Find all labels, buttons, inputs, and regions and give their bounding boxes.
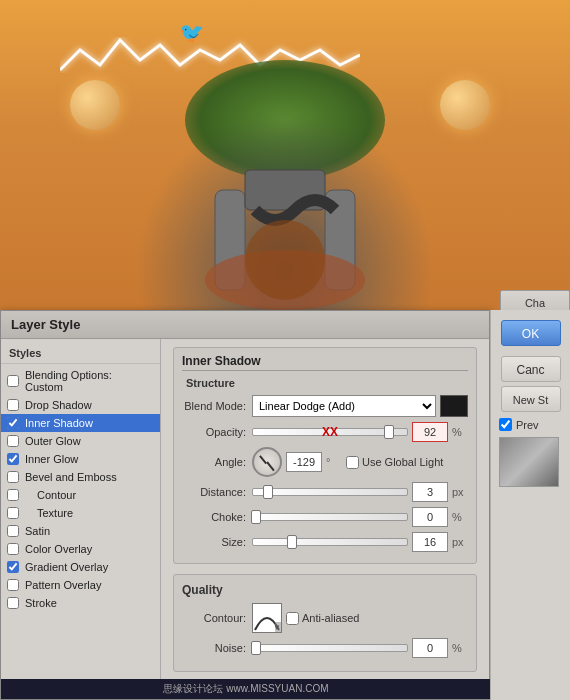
style-item-bevel-emboss[interactable]: Bevel and Emboss (1, 468, 160, 486)
styles-header: Styles (1, 343, 160, 364)
preview-thumbnail (499, 437, 559, 487)
style-item-drop-shadow[interactable]: Drop Shadow (1, 396, 160, 414)
stroke-label: Stroke (25, 597, 57, 609)
quality-section: Quality Contour: (173, 574, 477, 672)
sphere-right (440, 80, 490, 130)
opacity-label: Opacity: (182, 426, 252, 438)
satin-label: Satin (25, 525, 50, 537)
dialog-body: Styles Blending Options: Custom Drop Sha… (1, 339, 489, 699)
canvas-background: 🐦 (0, 0, 570, 310)
blend-mode-controls: Linear Dodge (Add) (252, 395, 468, 417)
angle-label: Angle: (182, 456, 252, 468)
ok-button[interactable]: OK (501, 320, 561, 346)
bevel-emboss-label: Bevel and Emboss (25, 471, 117, 483)
styles-panel: Styles Blending Options: Custom Drop Sha… (1, 339, 161, 699)
angle-needle (266, 461, 274, 471)
preview-label: Prev (516, 419, 539, 431)
style-item-inner-shadow[interactable]: Inner Shadow (1, 414, 160, 432)
style-item-pattern-overlay[interactable]: Pattern Overlay (1, 576, 160, 594)
dialog-title: Layer Style (1, 311, 489, 339)
layer-style-dialog: Layer Style Styles Blending Options: Cus… (0, 310, 490, 700)
distance-input[interactable] (412, 482, 448, 502)
choke-slider[interactable] (252, 513, 408, 521)
style-item-gradient-overlay[interactable]: Gradient Overlay (1, 558, 160, 576)
contour-checkbox[interactable] (7, 489, 19, 501)
angle-dial[interactable] (252, 447, 282, 477)
style-item-outer-glow[interactable]: Outer Glow (1, 432, 160, 450)
contour-row: Contour: Anti-aliased (182, 603, 468, 633)
satin-checkbox[interactable] (7, 525, 19, 537)
blend-color-swatch[interactable] (440, 395, 468, 417)
distance-slider-thumb[interactable] (263, 485, 273, 499)
contour-label: Contour (37, 489, 76, 501)
size-slider-thumb[interactable] (287, 535, 297, 549)
distance-unit: px (452, 486, 468, 498)
pattern-overlay-checkbox[interactable] (7, 579, 19, 591)
distance-label: Distance: (182, 486, 252, 498)
noise-controls: % (252, 638, 468, 658)
color-overlay-checkbox[interactable] (7, 543, 19, 555)
blending-checkbox[interactable] (7, 375, 19, 387)
texture-checkbox[interactable] (7, 507, 19, 519)
outer-glow-label: Outer Glow (25, 435, 81, 447)
style-item-blending[interactable]: Blending Options: Custom (1, 366, 160, 396)
drop-shadow-checkbox[interactable] (7, 399, 19, 411)
opacity-input[interactable] (412, 422, 448, 442)
angle-row: Angle: ° Use Global Light (182, 447, 468, 477)
new-style-button[interactable]: New St (501, 386, 561, 412)
size-slider[interactable] (252, 538, 408, 546)
main-panel: Inner Shadow Structure Blend Mode: Linea… (161, 339, 489, 699)
inner-shadow-title: Inner Shadow (182, 354, 468, 371)
style-item-contour[interactable]: Contour (1, 486, 160, 504)
noise-slider[interactable] (252, 644, 408, 652)
bird: 🐦 (178, 18, 207, 46)
cancel-button[interactable]: Canc (501, 356, 561, 382)
contour-controls: Anti-aliased (252, 603, 468, 633)
opacity-slider-track[interactable]: XX (252, 428, 408, 436)
size-row: Size: px (182, 532, 468, 552)
size-unit: px (452, 536, 468, 548)
style-item-satin[interactable]: Satin (1, 522, 160, 540)
svg-rect-6 (275, 622, 281, 632)
blend-mode-select[interactable]: Linear Dodge (Add) (252, 395, 436, 417)
anti-alias-label: Anti-aliased (302, 612, 359, 624)
style-item-inner-glow[interactable]: Inner Glow (1, 450, 160, 468)
opacity-slider-thumb[interactable] (384, 425, 394, 439)
drop-shadow-label: Drop Shadow (25, 399, 92, 411)
distance-controls: px (252, 482, 468, 502)
bevel-emboss-checkbox[interactable] (7, 471, 19, 483)
anti-alias-group: Anti-aliased (286, 612, 359, 625)
style-item-texture[interactable]: Texture (1, 504, 160, 522)
contour-label: Contour: (182, 612, 252, 624)
inner-glow-checkbox[interactable] (7, 453, 19, 465)
style-item-color-overlay[interactable]: Color Overlay (1, 540, 160, 558)
opacity-unit: % (452, 426, 468, 438)
inner-shadow-checkbox[interactable] (7, 417, 19, 429)
noise-input[interactable] (412, 638, 448, 658)
blending-label: Blending Options: Custom (25, 369, 152, 393)
opacity-row: Opacity: XX % (182, 422, 468, 442)
contour-preview[interactable] (252, 603, 282, 633)
noise-unit: % (452, 642, 468, 654)
inner-shadow-section: Inner Shadow Structure Blend Mode: Linea… (173, 347, 477, 564)
size-input[interactable] (412, 532, 448, 552)
style-item-stroke[interactable]: Stroke (1, 594, 160, 612)
preview-checkbox[interactable] (499, 418, 512, 431)
distance-row: Distance: px (182, 482, 468, 502)
global-light-checkbox[interactable] (346, 456, 359, 469)
distance-slider[interactable] (252, 488, 408, 496)
cha-label: Cha (525, 297, 545, 309)
choke-slider-thumb[interactable] (251, 510, 261, 524)
noise-slider-thumb[interactable] (251, 641, 261, 655)
choke-input[interactable] (412, 507, 448, 527)
anti-alias-checkbox[interactable] (286, 612, 299, 625)
opacity-slider-wrapper: XX (252, 428, 408, 436)
stroke-checkbox[interactable] (7, 597, 19, 609)
angle-input[interactable] (286, 452, 322, 472)
preview-group: Prev (499, 418, 562, 431)
angle-unit: ° (326, 456, 342, 468)
right-panel: OK Canc New St Prev (490, 310, 570, 700)
outer-glow-checkbox[interactable] (7, 435, 19, 447)
gradient-overlay-checkbox[interactable] (7, 561, 19, 573)
quality-title: Quality (182, 583, 468, 597)
